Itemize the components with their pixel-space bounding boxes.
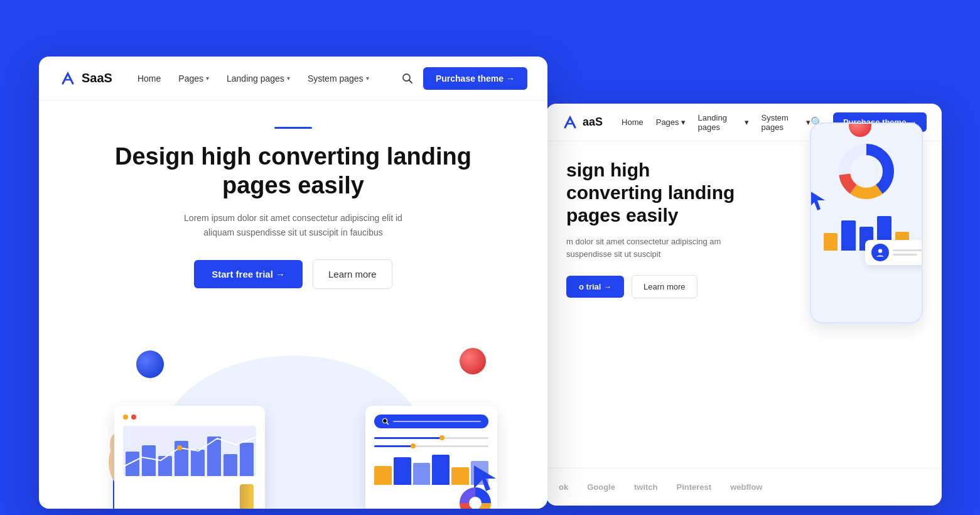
brand-ok: ok <box>559 482 568 492</box>
phone-mockup <box>810 122 923 323</box>
pie-chart-fragment <box>456 484 494 509</box>
dot-yellow <box>123 415 128 420</box>
brand-webflow: webflow <box>730 482 762 492</box>
svg-line-8 <box>409 80 412 83</box>
svg-point-6 <box>878 249 882 252</box>
hero-accent-line <box>274 127 312 129</box>
sphere-blue-large <box>136 350 164 378</box>
nav-pages-front[interactable]: Pages ▾ <box>178 73 209 84</box>
svg-point-19 <box>383 418 387 423</box>
start-trial-button-back[interactable]: o trial → <box>566 276 624 298</box>
slider-track-2 <box>374 445 488 447</box>
svg-point-18 <box>259 433 261 438</box>
hero-title-back: sign high converting landing pages easil… <box>566 159 742 227</box>
nav-links-back: Home Pages ▾ Landing pages ▾ System page… <box>622 113 810 132</box>
outer-background: aaS Home Pages ▾ Landing pages ▾ System … <box>0 0 980 515</box>
hero-subtitle-back: m dolor sit amet consectetur adipiscing … <box>566 236 730 260</box>
nav-home-back[interactable]: Home <box>622 117 643 127</box>
phone-donut-chart <box>835 140 898 203</box>
dash-chart-area <box>123 426 256 501</box>
msg-avatar-phone <box>871 244 889 261</box>
nav-system-back[interactable]: System pages ▾ <box>762 113 810 132</box>
slider-track-1 <box>374 437 488 439</box>
nav-home-front[interactable]: Home <box>137 73 161 84</box>
purchase-button-front[interactable]: Purchase theme → <box>423 67 527 90</box>
slider-row-1 <box>374 437 488 439</box>
brand-google: Google <box>587 482 615 492</box>
svg-marker-5 <box>810 190 825 210</box>
svg-line-20 <box>387 422 389 425</box>
learn-more-button-back[interactable]: Learn more <box>632 275 697 298</box>
nav-system-front[interactable]: System pages ▾ <box>308 73 369 84</box>
msg-lines-phone <box>893 249 923 256</box>
svg-point-17 <box>177 445 182 450</box>
dash-card-dots <box>123 415 256 420</box>
brand-twitch: twitch <box>634 482 658 492</box>
dot-red <box>131 415 136 420</box>
search-bar-mini <box>374 415 488 428</box>
search-button-front[interactable] <box>402 73 413 84</box>
nav-landing-front[interactable]: Landing pages ▾ <box>227 73 290 84</box>
hero-title-front: Design high converting landing pages eas… <box>89 143 497 200</box>
logo-back: aaS <box>561 114 603 131</box>
slider-row-2 <box>374 445 488 447</box>
nav-actions-front: Purchase theme → <box>402 67 527 90</box>
svg-point-4 <box>854 159 879 184</box>
brand-logos: ok Google twitch Pinterest webflow <box>546 468 942 506</box>
hero-buttons-front: Start free trial → Learn more <box>89 259 497 289</box>
nav-landing-back[interactable]: Landing pages ▾ <box>698 113 749 132</box>
hero-illustration <box>39 305 547 509</box>
brand-pinterest: Pinterest <box>677 482 712 492</box>
nav-pages-back[interactable]: Pages ▾ <box>656 117 686 127</box>
nav-links-front: Home Pages ▾ Landing pages ▾ System page… <box>137 73 402 84</box>
hero-front: Design high converting landing pages eas… <box>39 100 547 289</box>
start-trial-button-front[interactable]: Start free trial → <box>194 260 303 288</box>
card-front: SaaS Home Pages ▾ Landing pages ▾ System… <box>39 57 547 509</box>
cursor-phone <box>810 187 836 218</box>
sphere-red-front <box>460 348 486 374</box>
hero-subtitle-front: Lorem ipsum dolor sit amet consectetur a… <box>174 211 412 239</box>
navbar-front: SaaS Home Pages ▾ Landing pages ▾ System… <box>39 57 547 100</box>
card-back: aaS Home Pages ▾ Landing pages ▾ System … <box>546 104 942 506</box>
learn-more-button-front[interactable]: Learn more <box>313 259 392 289</box>
cylinder-yellow <box>240 484 254 509</box>
message-bubble-phone <box>865 240 923 265</box>
logo-front: SaaS <box>59 70 112 87</box>
